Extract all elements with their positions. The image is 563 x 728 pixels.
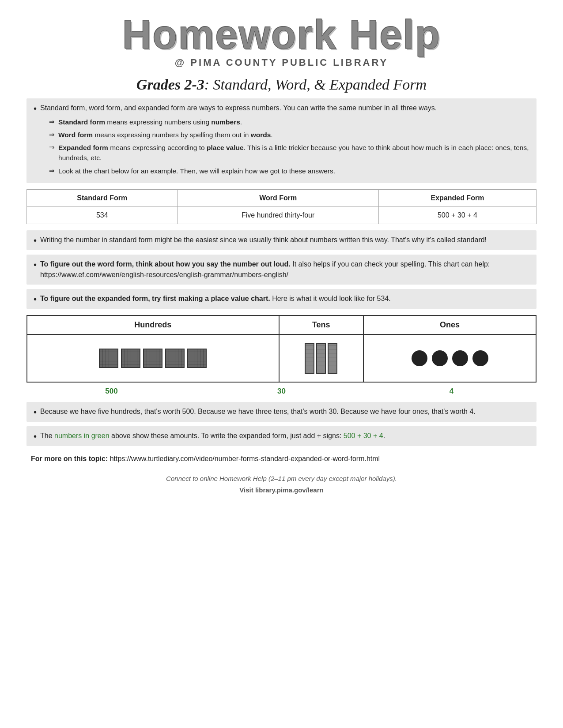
arrow-3-sym: ⇒ — [49, 143, 55, 151]
bullet-6-dot: • — [34, 432, 37, 442]
td-standard: 534 — [27, 206, 178, 224]
bullet-4-dot: • — [34, 294, 37, 304]
hundred-block-5 — [187, 349, 207, 368]
arrow-3-text: Expanded form means expressing according… — [58, 143, 529, 163]
hundred-block-1 — [99, 349, 118, 368]
pv-values-row: 500 30 4 — [26, 385, 537, 398]
bullet-5-dot: • — [34, 407, 37, 417]
more-info-url: https://www.turtlediary.com/video/number… — [108, 455, 380, 462]
pv-val-hundreds: 500 — [26, 385, 196, 398]
arrow-list: ⇒ Standard form means expressing numbers… — [49, 117, 529, 176]
pv-td-ones — [363, 334, 536, 382]
bullet-5-row: • Because we have five hundreds, that's … — [34, 406, 529, 417]
ones-blocks — [368, 350, 531, 366]
one-block-2 — [432, 350, 448, 366]
arrow-item-3: ⇒ Expanded form means expressing accordi… — [49, 143, 529, 163]
more-info: For more on this topic: https://www.turt… — [26, 453, 537, 465]
pima-subtitle: @ PIMA COUNTY PUBLIC LIBRARY — [26, 57, 537, 68]
td-expanded: 500 + 30 + 4 — [378, 206, 536, 224]
one-block-4 — [472, 350, 488, 366]
footer: Connect to online Homework Help (2–11 pm… — [26, 473, 537, 495]
forms-table: Standard Form Word Form Expanded Form 53… — [26, 189, 537, 224]
th-word: Word Form — [178, 189, 378, 206]
hundred-block-2 — [121, 349, 140, 368]
main-title: Homework Help — [26, 13, 537, 56]
more-info-label: For more on this topic: — [31, 455, 108, 462]
pv-val-tens: 30 — [196, 385, 367, 398]
green-text-1: numbers in green — [54, 432, 110, 439]
bullet-2-text: Writing the number in standard form migh… — [40, 235, 487, 245]
pv-td-tens — [279, 334, 364, 382]
grades-title: Grades 2-3: Standard, Word, & Expanded F… — [26, 76, 537, 93]
tens-blocks — [284, 343, 359, 374]
pv-header-row: Hundreds Tens Ones — [27, 315, 536, 334]
bullet-2-section: • Writing the number in standard form mi… — [26, 230, 537, 250]
th-standard: Standard Form — [27, 189, 178, 206]
bullet-3-dot: • — [34, 260, 37, 270]
arrow-1-text: Standard form means expressing numbers u… — [58, 117, 242, 127]
bullet-3-text: To figure out the word form, think about… — [40, 259, 529, 280]
arrow-2-text: Word form means expressing numbers by sp… — [58, 130, 273, 140]
footer-line1: Connect to online Homework Help (2–11 pm… — [26, 473, 537, 484]
arrow-item-2: ⇒ Word form means expressing numbers by … — [49, 130, 529, 140]
pv-blocks-row — [27, 334, 536, 382]
ten-block-3 — [328, 343, 337, 374]
bullet-5-section: • Because we have five hundreds, that's … — [26, 402, 537, 422]
bullet-1-dot: • — [34, 104, 37, 114]
arrow-4-text: Look at the chart below for an example. … — [58, 166, 335, 176]
arrow-item-4: ⇒ Look at the chart below for an example… — [49, 166, 529, 176]
td-word: Five hundred thirty-four — [178, 206, 378, 224]
place-value-table: Hundreds Tens Ones — [26, 315, 537, 383]
hundreds-blocks — [32, 344, 274, 372]
grades-bold: Grades 2-3 — [136, 76, 204, 93]
header: Homework Help @ PIMA COUNTY PUBLIC LIBRA… — [26, 13, 537, 93]
th-expanded: Expanded Form — [378, 189, 536, 206]
grades-rest: : Standard, Word, & Expanded Form — [204, 76, 427, 93]
bullet-4-text: To figure out the expanded form, try fir… — [40, 293, 391, 304]
table-header-row: Standard Form Word Form Expanded Form — [27, 189, 537, 206]
bullet-5-text: Because we have five hundreds, that's wo… — [40, 406, 476, 417]
one-block-3 — [452, 350, 468, 366]
green-text-2: 500 + 30 + 4 — [344, 432, 383, 439]
bullet-1-row: • Standard form, word form, and expanded… — [34, 103, 529, 179]
arrow-item-1: ⇒ Standard form means expressing numbers… — [49, 117, 529, 127]
bullet-4-section: • To figure out the expanded form, try f… — [26, 289, 537, 309]
arrow-1-sym: ⇒ — [49, 118, 55, 126]
footer-line2: Visit library.pima.gov/learn — [26, 484, 537, 496]
pv-val-ones: 4 — [367, 385, 537, 398]
bullet-6-text: The numbers in green above show these am… — [40, 431, 385, 441]
arrow-4-sym: ⇒ — [49, 167, 55, 175]
pv-th-tens: Tens — [279, 315, 364, 334]
table-row: 534 Five hundred thirty-four 500 + 30 + … — [27, 206, 537, 224]
bullet-6-section: • The numbers in green above show these … — [26, 426, 537, 446]
pv-td-hundreds — [27, 334, 279, 382]
one-block-1 — [412, 350, 427, 366]
bullet-3-row: • To figure out the word form, think abo… — [34, 259, 529, 280]
bullet-1-section: • Standard form, word form, and expanded… — [26, 98, 537, 183]
pv-th-ones: Ones — [363, 315, 536, 334]
ten-block-1 — [305, 343, 314, 374]
hundred-block-3 — [143, 349, 162, 368]
bullet-4-row: • To figure out the expanded form, try f… — [34, 293, 529, 304]
bullet-6-row: • The numbers in green above show these … — [34, 431, 529, 442]
bullet-2-dot: • — [34, 236, 37, 246]
bullet-3-section: • To figure out the word form, think abo… — [26, 255, 537, 285]
pv-th-hundreds: Hundreds — [27, 315, 279, 334]
bullet-2-row: • Writing the number in standard form mi… — [34, 235, 529, 246]
arrow-2-sym: ⇒ — [49, 131, 55, 139]
bullet-1-text: Standard form, word form, and expanded f… — [40, 104, 437, 112]
hundred-block-4 — [165, 349, 185, 368]
ten-block-2 — [316, 343, 326, 374]
